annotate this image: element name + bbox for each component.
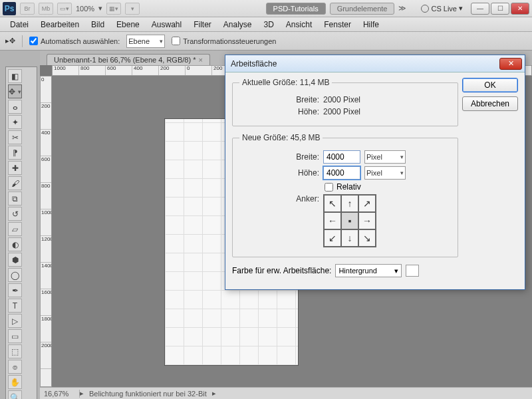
menu-ebene[interactable]: Ebene	[110, 19, 146, 31]
canvas-size-dialog: Arbeitsfläche ✕ OK Abbrechen Aktuelle Gr…	[225, 55, 525, 290]
anchor-ne[interactable]: ↗	[358, 195, 376, 212]
tool-hand[interactable]: ✋	[8, 375, 22, 389]
tool-shape[interactable]: ▭	[8, 329, 22, 343]
current-height-value: 2000 Pixel	[323, 107, 360, 116]
menu-fenster[interactable]: Fenster	[318, 19, 357, 31]
window-maximize-button[interactable]: ☐	[491, 3, 509, 15]
anchor-center[interactable]: ▪	[341, 212, 358, 229]
anchor-label: Anker:	[239, 194, 319, 203]
dialog-close-button[interactable]: ✕	[499, 58, 522, 70]
new-height-unit-select[interactable]: Pixel	[364, 166, 406, 180]
menu-analyse[interactable]: Analyse	[217, 19, 258, 31]
tool-path-select[interactable]: ▷	[8, 314, 22, 328]
app-logo: Ps	[3, 2, 16, 15]
tool-move[interactable]: ✥	[8, 84, 22, 98]
current-width-label: Breite:	[239, 95, 319, 104]
status-bar: 16,67% ▸ Belichtung funktioniert nur bei…	[40, 387, 532, 399]
anchor-n[interactable]: ↑	[341, 195, 358, 212]
move-tool-icon: ▸✥	[5, 37, 15, 45]
options-bar: ▸✥ Automatisch auswählen: Ebene Transfor…	[0, 32, 532, 51]
tool-brush[interactable]: 🖌	[8, 176, 22, 190]
ok-button[interactable]: OK	[462, 78, 518, 92]
menu-3d[interactable]: 3D	[258, 19, 280, 31]
bridge-button[interactable]: Br	[20, 3, 35, 15]
tool-dodge[interactable]: ◯	[8, 268, 22, 282]
tool-3d[interactable]: ⬚	[8, 344, 22, 358]
tool-type[interactable]: T	[8, 299, 22, 313]
menu-filter[interactable]: Filter	[188, 19, 217, 31]
tool-eyedropper[interactable]: ⁋	[8, 146, 22, 160]
new-height-label: Höhe:	[239, 168, 319, 178]
dialog-title: Arbeitsfläche	[231, 59, 277, 68]
auto-select-checkbox[interactable]: Automatisch auswählen:	[29, 37, 120, 45]
new-height-input[interactable]	[323, 166, 360, 180]
dialog-titlebar[interactable]: Arbeitsfläche ✕	[225, 55, 525, 72]
mini-bridge-button[interactable]: Mb	[39, 3, 53, 15]
new-size-group: Neue Größe: 45,8 MB Breite: Pixel Höhe: …	[232, 133, 458, 257]
tool-magic-wand[interactable]: ✦	[8, 115, 22, 129]
tool-eraser[interactable]: ▱	[8, 222, 22, 236]
transform-controls-checkbox[interactable]: Transformationssteuerungen	[172, 37, 276, 45]
zoom-dropdown-icon[interactable]: ▾	[98, 4, 102, 13]
anchor-nw[interactable]: ↖	[324, 195, 341, 212]
new-width-input[interactable]	[323, 150, 360, 164]
workspace-psd-tutorials[interactable]: PSD-Tutorials	[266, 3, 326, 15]
status-info: Belichtung funktioniert nur bei 32-Bit	[84, 390, 212, 398]
document-tab-title: Unbenannt-1 bei 66,7% (Ebene 4, RGB/8) *	[54, 56, 196, 64]
tool-pen[interactable]: ✒	[8, 283, 22, 297]
document-tab[interactable]: Unbenannt-1 bei 66,7% (Ebene 4, RGB/8) *…	[47, 54, 210, 65]
new-size-legend: Neue Größe: 45,8 MB	[239, 133, 323, 142]
anchor-grid: ↖ ↑ ↗ ← ▪ → ↙ ↓ ↘	[323, 194, 376, 247]
current-width-value: 2000 Pixel	[323, 95, 360, 104]
tool-gradient[interactable]: ◐	[8, 237, 22, 251]
menu-datei[interactable]: Datei	[4, 19, 35, 31]
workspace-more-icon[interactable]: ≫	[398, 4, 406, 13]
anchor-se[interactable]: ↘	[358, 229, 376, 247]
anchor-s[interactable]: ↓	[341, 229, 358, 247]
status-zoom[interactable]: 16,67%	[40, 390, 80, 398]
screen-mode-button[interactable]: ▭▾	[57, 3, 72, 15]
anchor-sw[interactable]: ↙	[324, 229, 341, 247]
tool-heal[interactable]: ✚	[8, 161, 22, 175]
menu-bild[interactable]: Bild	[85, 19, 110, 31]
close-tab-icon[interactable]: ×	[198, 56, 202, 64]
relative-checkbox[interactable]: Relativ	[325, 182, 451, 192]
auto-select-target-select[interactable]: Ebene	[126, 35, 165, 48]
tool-history-brush[interactable]: ↺	[8, 207, 22, 221]
tool-3d-camera[interactable]: ⌾	[8, 360, 22, 374]
current-height-label: Höhe:	[239, 107, 319, 116]
cs-live-button[interactable]: CS Live ▾	[421, 4, 463, 13]
zoom-readout: 100%	[76, 5, 94, 13]
current-size-legend: Aktuelle Größe: 11,4 MB	[239, 78, 332, 87]
menu-ansicht[interactable]: Ansicht	[280, 19, 318, 31]
menu-auswahl[interactable]: Auswahl	[146, 19, 188, 31]
window-close-button[interactable]: ✕	[511, 3, 529, 15]
tool-blur[interactable]: ⬢	[8, 253, 22, 267]
anchor-w[interactable]: ←	[324, 212, 341, 229]
menu-hilfe[interactable]: Hilfe	[357, 19, 385, 31]
ext-color-label: Farbe für erw. Arbeitsfläche:	[232, 266, 331, 275]
current-size-group: Aktuelle Größe: 11,4 MB Breite:2000 Pixe…	[232, 78, 458, 126]
tool-crop[interactable]: ✂	[8, 130, 22, 144]
new-width-label: Breite:	[239, 152, 319, 162]
tool-stamp[interactable]: ⧉	[8, 192, 22, 205]
tool-marquee[interactable]: ◧	[8, 69, 22, 83]
status-info-dropdown-icon[interactable]: ▸	[212, 389, 216, 398]
menu-bearbeiten[interactable]: Bearbeiten	[35, 19, 85, 31]
ext-color-swatch[interactable]	[406, 265, 419, 277]
tool-lasso[interactable]: ⴰ	[8, 100, 22, 114]
extras-button[interactable]: ▾	[125, 3, 140, 15]
anchor-e[interactable]: →	[358, 212, 376, 229]
workspace-grundelemente[interactable]: Grundelemente	[330, 3, 395, 15]
ext-color-select[interactable]: Hintergrund▾	[335, 264, 402, 277]
vertical-ruler: 0200400600800100012001400160018002000	[40, 76, 52, 387]
window-minimize-button[interactable]: —	[471, 3, 489, 15]
tools-panel: ◧ ✥ ⴰ ✦ ✂ ⁋ ✚ 🖌 ⧉ ↺ ▱ ◐ ⬢ ◯ ✒ T ▷ ▭ ⬚ ⌾ …	[5, 66, 37, 399]
app-titlebar: Ps Br Mb ▭▾ 100% ▾ ▦▾ ▾ PSD-Tutorials Gr…	[0, 0, 532, 17]
arrange-button[interactable]: ▦▾	[106, 3, 121, 15]
tool-zoom[interactable]: 🔍	[8, 390, 22, 399]
menubar: Datei Bearbeiten Bild Ebene Auswahl Filt…	[0, 17, 532, 32]
new-width-unit-select[interactable]: Pixel	[364, 150, 406, 164]
cancel-button[interactable]: Abbrechen	[462, 96, 518, 111]
